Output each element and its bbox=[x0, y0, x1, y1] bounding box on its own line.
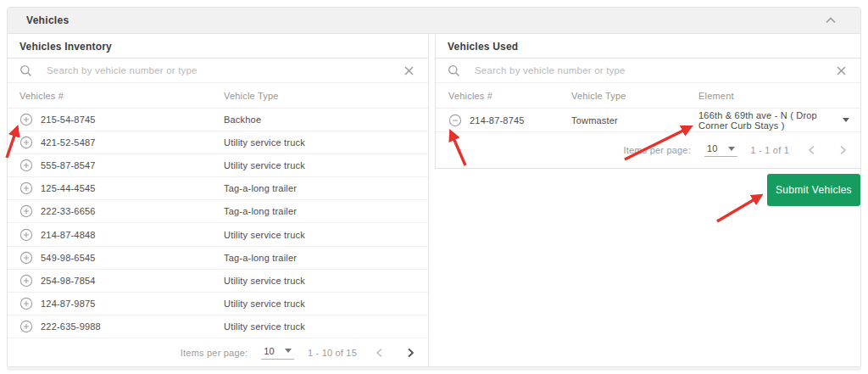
page-size-value: 10 bbox=[264, 346, 275, 356]
previous-page-button[interactable] bbox=[370, 346, 388, 360]
add-vehicle-button[interactable] bbox=[19, 159, 33, 172]
add-vehicle-button[interactable] bbox=[19, 181, 33, 195]
items-per-page-label: Items per page: bbox=[624, 145, 691, 155]
vehicle-type: Tag-a-long trailer bbox=[224, 253, 428, 263]
column-header-element: Element bbox=[698, 91, 860, 101]
submit-vehicles-button[interactable]: Submit Vehicles bbox=[767, 174, 860, 206]
inventory-panel-title: Vehicles Inventory bbox=[8, 35, 428, 59]
vehicle-number: 125-44-4545 bbox=[41, 183, 96, 193]
inventory-panel: Vehicles Inventory Vehicles # Vehicle Ty… bbox=[8, 35, 429, 366]
element-dropdown-value: 166th & 69th ave - N ( Drop Corner Curb … bbox=[698, 110, 837, 131]
chevron-up-icon bbox=[825, 16, 837, 25]
vehicle-number: 124-87-9875 bbox=[41, 299, 96, 309]
used-panel-title: Vehicles Used bbox=[436, 35, 860, 59]
vehicle-type: Utility service truck bbox=[224, 299, 428, 309]
add-vehicle-button[interactable] bbox=[19, 204, 33, 218]
remove-vehicle-button[interactable] bbox=[448, 114, 462, 127]
column-header-vehicle-type: Vehicle Type bbox=[571, 91, 698, 101]
add-vehicle-button[interactable] bbox=[19, 113, 33, 126]
table-row: 222-33-6656 Tag-a-long trailer bbox=[8, 200, 428, 223]
table-row: 222-635-9988 Utility service truck bbox=[8, 315, 428, 338]
column-header-vehicles-number: Vehicles # bbox=[19, 91, 224, 101]
used-clear-search-button[interactable] bbox=[834, 64, 849, 78]
vehicle-number: 549-98-6545 bbox=[41, 253, 96, 263]
inventory-search-input[interactable] bbox=[47, 65, 402, 75]
table-row: 214-87-8745 Towmaster 166th & 69th ave -… bbox=[436, 109, 860, 132]
vehicle-type: Utility service truck bbox=[224, 160, 428, 170]
vehicle-number: 555-87-8547 bbox=[41, 160, 96, 170]
vehicle-number: 254-98-7854 bbox=[41, 276, 96, 286]
page-title: Vehicles bbox=[26, 14, 69, 26]
used-paginator: Items per page: 10 1 - 1 of 1 bbox=[436, 132, 860, 168]
vehicle-number: 214-87-8745 bbox=[470, 115, 525, 126]
vehicle-type: Utility service truck bbox=[224, 230, 428, 240]
add-vehicle-button[interactable] bbox=[19, 251, 33, 265]
page-size-value: 10 bbox=[707, 143, 718, 154]
element-dropdown[interactable]: 166th & 69th ave - N ( Drop Corner Curb … bbox=[698, 110, 860, 131]
collapse-button[interactable] bbox=[823, 14, 838, 26]
inventory-search-row bbox=[8, 59, 428, 83]
close-icon bbox=[836, 65, 847, 76]
vehicle-type: Utility service truck bbox=[224, 321, 428, 332]
table-row: 215-54-8745 Backhoe bbox=[8, 109, 428, 131]
vehicle-type: Tag-a-long trailer bbox=[224, 206, 428, 216]
search-icon bbox=[19, 64, 32, 77]
used-table-header: Vehicles # Vehicle Type Element bbox=[436, 83, 860, 109]
add-vehicle-button[interactable] bbox=[19, 274, 33, 287]
table-row: 254-98-7854 Utility service truck bbox=[8, 270, 428, 293]
table-row: 549-98-6545 Tag-a-long trailer bbox=[8, 247, 428, 270]
vehicle-number: 222-635-9988 bbox=[41, 321, 101, 332]
inventory-clear-search-button[interactable] bbox=[402, 64, 416, 78]
vehicle-type: Utility service truck bbox=[224, 137, 428, 148]
inventory-paginator: Items per page: 10 1 - 10 of 15 bbox=[8, 338, 428, 366]
table-row: 555-87-8547 Utility service truck bbox=[8, 154, 428, 177]
previous-page-button[interactable] bbox=[803, 143, 821, 157]
chevron-right-icon bbox=[839, 145, 847, 155]
search-icon bbox=[448, 64, 460, 77]
vehicle-type: Towmaster bbox=[571, 115, 698, 126]
vehicle-number: 421-52-5487 bbox=[41, 137, 96, 148]
items-per-page-label: Items per page: bbox=[181, 348, 248, 358]
vehicle-number: 214-87-4848 bbox=[41, 230, 96, 240]
vehicle-number: 215-54-8745 bbox=[41, 114, 96, 125]
table-row: 124-87-9875 Utility service truck bbox=[8, 293, 428, 315]
next-page-button[interactable] bbox=[402, 346, 420, 360]
add-vehicle-button[interactable] bbox=[19, 136, 33, 149]
used-panel: Vehicles Used Vehicles # Vehicle Type El… bbox=[435, 35, 860, 169]
table-row: 125-44-4545 Tag-a-long trailer bbox=[8, 177, 428, 200]
table-row: 214-87-4848 Utility service truck bbox=[8, 223, 428, 246]
page-size-select[interactable]: 10 bbox=[704, 143, 737, 157]
vehicle-type: Tag-a-long trailer bbox=[224, 183, 428, 193]
page-range-label: 1 - 1 of 1 bbox=[751, 145, 789, 155]
add-vehicle-button[interactable] bbox=[19, 297, 33, 310]
chevron-left-icon bbox=[376, 348, 383, 358]
caret-down-icon bbox=[728, 147, 735, 151]
add-vehicle-button[interactable] bbox=[19, 228, 33, 242]
add-vehicle-button[interactable] bbox=[19, 320, 33, 333]
close-icon bbox=[403, 65, 415, 76]
column-header-vehicles-number: Vehicles # bbox=[448, 91, 571, 101]
next-page-button[interactable] bbox=[834, 143, 852, 157]
page-size-select[interactable]: 10 bbox=[261, 346, 294, 360]
inventory-table-body: 215-54-8745 Backhoe 421-52-5487 Utility … bbox=[8, 109, 428, 338]
caret-down-icon bbox=[285, 349, 292, 353]
used-search-row bbox=[436, 59, 860, 83]
chevron-left-icon bbox=[808, 145, 815, 155]
column-header-vehicle-type: Vehicle Type bbox=[224, 91, 428, 101]
used-search-input[interactable] bbox=[475, 65, 834, 75]
vehicle-type: Backhoe bbox=[224, 114, 428, 125]
vehicles-card-header: Vehicles bbox=[8, 8, 860, 34]
vehicle-type: Utility service truck bbox=[224, 276, 428, 286]
vehicle-number: 222-33-6656 bbox=[41, 206, 96, 216]
table-row: 421-52-5487 Utility service truck bbox=[8, 131, 428, 154]
chevron-right-icon bbox=[407, 348, 415, 358]
page-range-label: 1 - 10 of 15 bbox=[308, 348, 357, 358]
inventory-table-header: Vehicles # Vehicle Type bbox=[8, 83, 428, 109]
caret-down-icon bbox=[843, 118, 849, 122]
vehicles-card: Vehicles Vehicles Inventory Vehicles # V… bbox=[7, 7, 861, 367]
